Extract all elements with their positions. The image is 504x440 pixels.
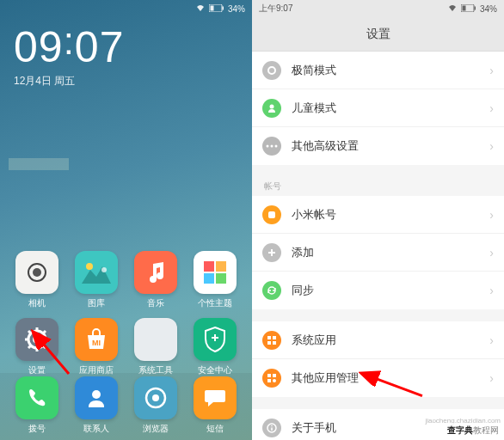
svg-rect-41 <box>273 341 276 345</box>
svg-point-32 <box>267 145 269 148</box>
dock-phone[interactable]: 拨号 <box>7 376 66 435</box>
svg-rect-1 <box>210 5 213 10</box>
circle-icon <box>262 61 281 80</box>
clock-hours: 09 <box>14 26 64 69</box>
svg-rect-38 <box>267 336 271 339</box>
chevron-right-icon: › <box>489 284 494 297</box>
status-bar: 上午9:07 34% <box>252 0 504 17</box>
contacts-icon <box>75 376 118 419</box>
app-music[interactable]: 音乐 <box>126 251 186 309</box>
settings-item-sync[interactable]: 同步 › <box>252 272 504 309</box>
svg-point-4 <box>33 268 41 277</box>
svg-point-26 <box>152 394 159 401</box>
item-label: 同步 <box>292 283 489 298</box>
settings-group-account: 小米帐号 › 添加 › 同步 › <box>252 196 504 309</box>
svg-rect-29 <box>474 6 476 9</box>
chevron-right-icon: › <box>489 371 494 385</box>
music-icon <box>134 251 177 294</box>
themes-icon <box>194 251 237 294</box>
clock-time: 09 : 07 <box>14 26 238 69</box>
dock-label: 浏览器 <box>143 423 169 435</box>
wifi-icon <box>447 3 458 14</box>
security-icon <box>194 318 237 361</box>
browser-icon <box>134 376 177 419</box>
clock-colon: : <box>64 22 75 65</box>
phone-icon <box>15 376 58 419</box>
wifi-icon <box>195 3 206 14</box>
settings-item-other-advanced[interactable]: 其他高级设置 › <box>252 127 504 165</box>
svg-point-30 <box>268 67 275 74</box>
status-time: 上午9:07 <box>259 3 292 15</box>
svg-rect-8 <box>216 261 226 272</box>
battery-percent: 34% <box>228 4 245 14</box>
svg-rect-28 <box>462 5 465 10</box>
svg-rect-10 <box>216 273 226 284</box>
svg-rect-42 <box>267 374 271 377</box>
svg-rect-44 <box>267 379 271 382</box>
svg-rect-2 <box>222 6 224 9</box>
chevron-right-icon: › <box>489 333 494 347</box>
annotation-arrow-icon <box>26 327 77 378</box>
dock-label: 拨号 <box>28 423 46 435</box>
item-label: 儿童模式 <box>292 101 489 116</box>
svg-rect-43 <box>273 374 276 377</box>
mi-icon <box>262 205 281 224</box>
sync-icon <box>262 281 281 300</box>
svg-point-6 <box>101 267 107 272</box>
app-label: 个性主题 <box>198 297 232 309</box>
item-label: 其他高级设置 <box>292 138 489 154</box>
dock-label: 短信 <box>206 423 224 435</box>
plus-icon <box>262 243 281 262</box>
section-header-account: 帐号 <box>252 177 504 196</box>
svg-point-33 <box>271 145 274 148</box>
gallery-icon <box>75 251 118 294</box>
app-camera[interactable]: 相机 <box>7 251 66 309</box>
settings-item-child-mode[interactable]: 儿童模式 › <box>252 89 504 127</box>
svg-rect-7 <box>204 261 214 272</box>
dock-browser[interactable]: 浏览器 <box>126 376 186 435</box>
app-gallery[interactable]: 图库 <box>66 251 126 309</box>
battery-icon <box>461 4 476 14</box>
settings-item-system-apps[interactable]: 系统应用 › <box>252 321 504 359</box>
settings-group-modes: 极简模式 › 儿童模式 › 其他高级设置 › <box>252 52 504 165</box>
dock: 拨号 联系人 浏览器 短信 <box>0 373 252 440</box>
app-themes[interactable]: 个性主题 <box>186 251 245 309</box>
item-label: 极简模式 <box>292 63 489 78</box>
watermark-brand: 查字典 <box>447 425 473 435</box>
settings-item-mi-account[interactable]: 小米帐号 › <box>252 196 504 234</box>
clock-widget[interactable]: 09 : 07 12月4日 周五 <box>0 17 252 89</box>
app-security[interactable]: 安全中心 <box>186 318 245 376</box>
svg-point-47 <box>271 425 273 427</box>
item-label: 添加 <box>292 245 489 260</box>
svg-rect-40 <box>267 341 271 345</box>
dock-messages[interactable]: 短信 <box>186 376 245 435</box>
settings-screen: 上午9:07 34% 设置 极简模式 › <box>252 0 504 440</box>
child-icon <box>262 99 281 118</box>
settings-item-simple-mode[interactable]: 极简模式 › <box>252 52 504 89</box>
svg-point-31 <box>270 104 274 108</box>
svg-text:MI: MI <box>92 339 101 347</box>
watermark-text: 教程网 <box>473 425 499 435</box>
info-icon <box>262 419 281 437</box>
grid-alt-icon <box>262 369 281 388</box>
settings-item-add[interactable]: 添加 › <box>252 234 504 272</box>
watermark: 查字典教程网 <box>444 423 502 438</box>
svg-rect-35 <box>268 211 275 218</box>
chevron-right-icon: › <box>489 139 494 153</box>
app-systools[interactable]: 系统工具 <box>126 318 186 376</box>
app-label: 音乐 <box>147 297 164 309</box>
messages-icon <box>194 376 237 419</box>
settings-title-label: 设置 <box>366 27 390 42</box>
battery-percent: 34% <box>480 4 497 14</box>
dock-contacts[interactable]: 联系人 <box>66 376 126 435</box>
status-bar: 34% <box>0 0 252 17</box>
decorative-strip <box>9 158 69 170</box>
chevron-right-icon: › <box>489 101 494 115</box>
svg-point-24 <box>92 390 101 399</box>
chevron-right-icon: › <box>489 208 494 222</box>
svg-rect-9 <box>204 273 214 284</box>
page-title: 设置 <box>252 17 504 52</box>
clock-date: 12月4日 周五 <box>14 74 238 89</box>
app-label: 图库 <box>88 297 105 309</box>
item-label: 小米帐号 <box>292 207 489 223</box>
